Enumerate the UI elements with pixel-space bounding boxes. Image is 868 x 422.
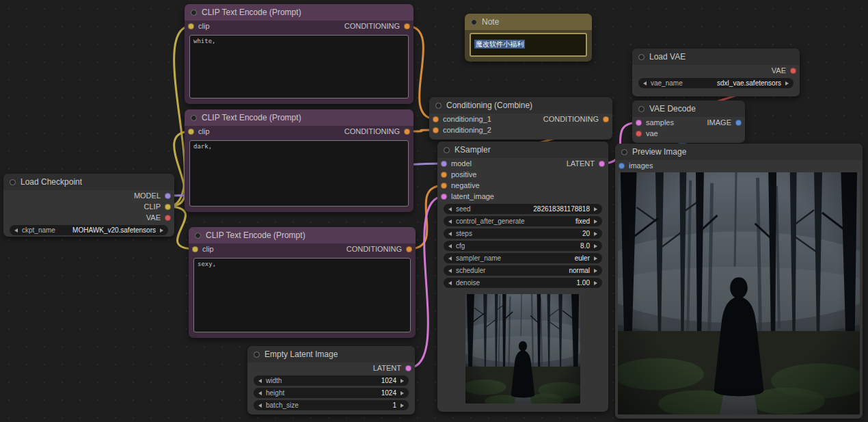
- widget-value: 1.00: [577, 279, 590, 287]
- collapse-dot-icon[interactable]: [435, 103, 442, 109]
- vae-name-widget[interactable]: vae_name sdxl_vae.safetensors: [638, 78, 794, 88]
- decrement-arrow-icon[interactable]: [258, 379, 262, 383]
- input-slot-model[interactable]: [441, 161, 447, 167]
- node-title-bar[interactable]: Conditioning (Combine): [429, 97, 612, 114]
- increment-arrow-icon[interactable]: [594, 207, 597, 211]
- prompt-textarea[interactable]: white,: [189, 35, 409, 98]
- decrement-arrow-icon[interactable]: [448, 244, 452, 248]
- increment-arrow-icon[interactable]: [401, 391, 404, 395]
- increment-arrow-icon[interactable]: [594, 256, 597, 261]
- node-clip-text-encode-3[interactable]: CLIP Text Encode (Prompt) clip CONDITION…: [189, 227, 416, 338]
- input-slot-images[interactable]: [619, 163, 625, 169]
- decrement-arrow-icon[interactable]: [258, 391, 262, 395]
- decrement-arrow-icon[interactable]: [448, 232, 452, 236]
- output-slot-conditioning[interactable]: [404, 23, 410, 29]
- node-vae-decode[interactable]: VAE Decode samples IMAGE vae: [632, 101, 745, 143]
- steps-widget[interactable]: steps 20: [444, 228, 602, 239]
- increment-arrow-icon[interactable]: [594, 232, 597, 236]
- widget-label: cfg: [456, 242, 465, 250]
- input-slot-conditioning-1[interactable]: [433, 116, 439, 122]
- input-slot-positive[interactable]: [441, 172, 447, 178]
- width-widget[interactable]: width 1024: [254, 375, 409, 386]
- output-slot-vae[interactable]: [165, 215, 171, 221]
- collapse-dot-icon[interactable]: [621, 149, 627, 155]
- prompt-textarea[interactable]: sexy,: [193, 258, 411, 332]
- increment-arrow-icon[interactable]: [594, 281, 597, 285]
- node-load-vae[interactable]: Load VAE VAE vae_name sdxl_vae.safetenso…: [632, 49, 800, 96]
- output-slot-latent[interactable]: [405, 365, 411, 371]
- node-clip-text-encode-2[interactable]: CLIP Text Encode (Prompt) clip CONDITION…: [185, 109, 413, 212]
- input-slot-clip[interactable]: [188, 129, 194, 135]
- input-slot-conditioning-2[interactable]: [433, 127, 439, 133]
- node-title-bar[interactable]: Empty Latent Image: [247, 346, 415, 362]
- node-title-bar[interactable]: CLIP Text Encode (Prompt): [185, 4, 413, 21]
- node-graph-canvas[interactable]: CLIP Text Encode (Prompt) clip CONDITION…: [0, 0, 868, 422]
- node-clip-text-encode-1[interactable]: CLIP Text Encode (Prompt) clip CONDITION…: [185, 4, 413, 104]
- output-slot-conditioning[interactable]: [603, 116, 609, 122]
- input-slot-samples[interactable]: [636, 120, 642, 126]
- collapse-dot-icon[interactable]: [254, 352, 260, 358]
- preview-image: [618, 172, 860, 414]
- decrement-arrow-icon[interactable]: [448, 256, 452, 261]
- decrement-arrow-icon[interactable]: [448, 281, 452, 285]
- node-title-bar[interactable]: Note: [465, 14, 592, 30]
- input-slot-negative[interactable]: [441, 183, 447, 189]
- denoise-widget[interactable]: denoise 1.00: [444, 278, 602, 288]
- node-title-bar[interactable]: Preview Image: [615, 144, 863, 160]
- increment-arrow-icon[interactable]: [785, 81, 789, 85]
- node-load-checkpoint[interactable]: Load Checkpoint MODEL CLIP VAE ck: [3, 174, 174, 237]
- sampler-name-widget[interactable]: sampler_name euler: [444, 253, 602, 263]
- node-title-bar[interactable]: CLIP Text Encode (Prompt): [185, 109, 413, 126]
- input-slot-clip[interactable]: [192, 246, 198, 252]
- collapse-dot-icon[interactable]: [471, 19, 477, 25]
- node-conditioning-combine[interactable]: Conditioning (Combine) conditioning_1 CO…: [429, 97, 612, 140]
- collapse-dot-icon[interactable]: [444, 147, 450, 153]
- output-slot-conditioning[interactable]: [406, 246, 412, 252]
- collapse-dot-icon[interactable]: [195, 233, 201, 239]
- scheduler-widget[interactable]: scheduler normal: [444, 265, 602, 276]
- control-after-generate-widget[interactable]: control_after_generate fixed: [444, 216, 602, 226]
- collapse-dot-icon[interactable]: [191, 115, 197, 121]
- increment-arrow-icon[interactable]: [401, 379, 404, 383]
- output-slot-clip[interactable]: [165, 204, 171, 210]
- cfg-widget[interactable]: cfg 8.0: [444, 241, 602, 251]
- prompt-textarea[interactable]: dark,: [189, 140, 409, 207]
- ckpt-name-widget[interactable]: ckpt_name MOHAWK_v20.safetensors: [10, 225, 168, 235]
- output-slot-latent[interactable]: [599, 161, 605, 167]
- increment-arrow-icon[interactable]: [594, 220, 597, 224]
- input-slot-vae[interactable]: [636, 131, 642, 137]
- node-empty-latent-image[interactable]: Empty Latent Image LATENT width 1024 hei…: [247, 346, 415, 414]
- seed-widget[interactable]: seed 282618381178818: [444, 204, 602, 214]
- batch-size-widget[interactable]: batch_size 1: [254, 400, 409, 410]
- decrement-arrow-icon[interactable]: [448, 220, 452, 224]
- output-slot-vae[interactable]: [790, 68, 796, 74]
- decrement-arrow-icon[interactable]: [258, 404, 262, 408]
- input-slot-latent-image[interactable]: [441, 194, 447, 200]
- node-title-bar[interactable]: Load VAE: [632, 49, 800, 65]
- output-slot-image[interactable]: [735, 120, 742, 126]
- increment-arrow-icon[interactable]: [160, 228, 163, 233]
- increment-arrow-icon[interactable]: [594, 244, 597, 248]
- collapse-dot-icon[interactable]: [638, 106, 645, 112]
- collapse-dot-icon[interactable]: [638, 54, 645, 60]
- node-title-bar[interactable]: Load Checkpoint: [3, 174, 174, 190]
- node-title-bar[interactable]: VAE Decode: [632, 101, 745, 117]
- note-textarea[interactable]: 魔改软件小福利: [470, 33, 587, 57]
- node-ksampler[interactable]: KSampler model LATENT positive negative: [437, 142, 608, 412]
- output-slot-model[interactable]: [165, 193, 171, 199]
- input-slot-clip[interactable]: [188, 23, 194, 29]
- node-preview-image[interactable]: Preview Image images: [615, 144, 863, 419]
- node-title-bar[interactable]: KSampler: [437, 142, 608, 158]
- decrement-arrow-icon[interactable]: [448, 269, 452, 273]
- decrement-arrow-icon[interactable]: [14, 228, 18, 233]
- node-note[interactable]: Note 魔改软件小福利: [465, 14, 592, 62]
- increment-arrow-icon[interactable]: [401, 404, 404, 408]
- collapse-dot-icon[interactable]: [10, 179, 16, 185]
- height-widget[interactable]: height 1024: [254, 388, 409, 398]
- node-title-bar[interactable]: CLIP Text Encode (Prompt): [189, 227, 416, 243]
- output-slot-conditioning[interactable]: [404, 129, 410, 135]
- collapse-dot-icon[interactable]: [191, 10, 197, 16]
- decrement-arrow-icon[interactable]: [643, 81, 647, 85]
- decrement-arrow-icon[interactable]: [448, 207, 452, 211]
- increment-arrow-icon[interactable]: [594, 269, 597, 273]
